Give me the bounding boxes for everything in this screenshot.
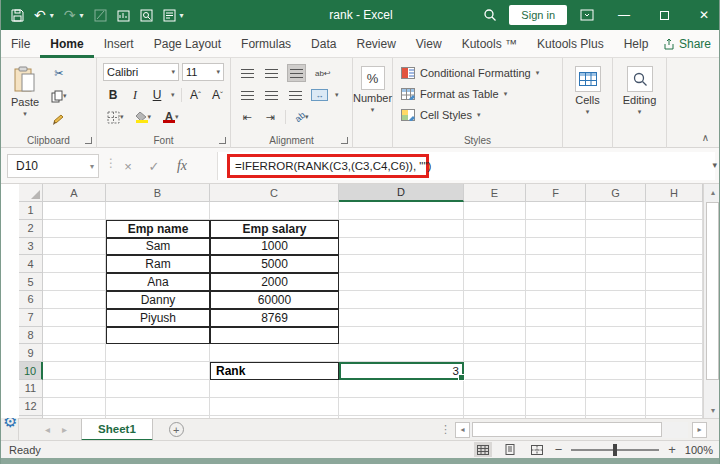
insert-function-icon[interactable]: fx xyxy=(171,154,193,178)
column-header-A[interactable]: A xyxy=(43,184,106,202)
column-header-E[interactable]: E xyxy=(464,184,526,202)
name-box-dropdown-icon[interactable]: ▾ xyxy=(90,162,94,171)
save-icon[interactable] xyxy=(11,9,24,22)
sign-in-button[interactable]: Sign in xyxy=(509,5,567,25)
cell-B3[interactable]: Sam xyxy=(106,238,210,256)
cell-B2[interactable]: Emp name xyxy=(106,220,210,238)
horizontal-scroll-thumb[interactable] xyxy=(472,422,662,437)
decrease-indent-button[interactable]: ⇤ xyxy=(239,108,255,126)
cell-C7[interactable]: 8769 xyxy=(210,309,339,327)
zoom-level[interactable]: 100% xyxy=(685,444,713,456)
font-size-combo[interactable]: 11▾ xyxy=(182,63,224,81)
font-color-button[interactable]: A ▾ xyxy=(161,108,181,126)
column-header-F[interactable]: F xyxy=(526,184,586,202)
row-header-5[interactable]: 5 xyxy=(19,273,43,291)
paste-dropdown-icon[interactable]: ▾ xyxy=(23,110,27,118)
scroll-up-icon[interactable]: ▴ xyxy=(704,184,720,200)
column-header-H[interactable]: H xyxy=(646,184,703,202)
search-icon[interactable] xyxy=(477,0,503,30)
row-header-2[interactable]: 2 xyxy=(19,220,43,238)
wrap-text-button[interactable]: ab↩ xyxy=(313,64,333,82)
cell-B4[interactable]: Ram xyxy=(106,255,210,273)
cell-C3[interactable]: 1000 xyxy=(210,238,339,256)
close-button[interactable]: ✕ xyxy=(687,0,720,30)
row-header-8[interactable]: 8 xyxy=(19,327,43,345)
page-break-view-icon[interactable] xyxy=(528,442,546,457)
tab-insert[interactable]: Insert xyxy=(94,30,144,58)
zoom-out-button[interactable]: − xyxy=(555,442,563,457)
next-sheet-icon[interactable]: ▸ xyxy=(62,424,67,435)
print-preview-icon[interactable] xyxy=(140,9,153,22)
align-middle-button[interactable] xyxy=(263,64,280,82)
shrink-font-button[interactable]: Aˇ xyxy=(210,86,226,104)
undo-dropdown-icon[interactable]: ▾ xyxy=(50,11,54,20)
ribbon-display-options-icon[interactable] xyxy=(573,0,601,30)
orientation-button[interactable]: ab▾ xyxy=(293,108,311,126)
format-painter-button[interactable] xyxy=(49,110,69,128)
align-left-button[interactable] xyxy=(239,86,256,104)
row-header-11[interactable]: 11 xyxy=(19,380,43,398)
normal-view-icon[interactable] xyxy=(474,442,492,457)
align-right-button[interactable] xyxy=(287,86,304,104)
row-header-1[interactable]: 1 xyxy=(19,202,43,220)
merge-dropdown-icon[interactable]: ▾ xyxy=(335,91,339,99)
formula-input[interactable]: =IFERROR(RANK(C3,(C3,C4,C6)), "") xyxy=(217,152,715,180)
cells-button[interactable]: Cells ▾ xyxy=(563,58,612,116)
editing-button[interactable]: Editing ▾ xyxy=(613,58,666,116)
tab-home[interactable]: Home xyxy=(40,30,93,58)
column-header-C[interactable]: C xyxy=(210,184,339,202)
bold-button[interactable]: B xyxy=(105,86,121,104)
minimize-button[interactable]: — xyxy=(607,0,641,30)
horizontal-scrollbar[interactable] xyxy=(470,422,688,438)
row-header-3[interactable]: 3 xyxy=(19,238,43,256)
copy-button[interactable]: ▾ xyxy=(49,87,69,105)
format-as-table-button[interactable]: Format as Table▾ xyxy=(393,83,562,104)
row-header-9[interactable]: 9 xyxy=(19,344,43,362)
merge-center-button[interactable]: ↔ xyxy=(311,89,328,101)
tab-review[interactable]: Review xyxy=(346,30,405,58)
alignment-dialog-launcher-icon[interactable] xyxy=(341,137,348,144)
font-dialog-launcher-icon[interactable] xyxy=(219,137,226,144)
hscroll-left-icon[interactable]: ◂ xyxy=(455,422,470,438)
fill-color-button[interactable]: ▾ xyxy=(134,108,154,126)
increase-indent-button[interactable]: ⇥ xyxy=(262,108,278,126)
cell-C2[interactable]: Emp salary xyxy=(210,220,339,238)
font-name-combo[interactable]: Calibri▾ xyxy=(103,63,179,81)
new-sheet-button[interactable]: + xyxy=(169,422,184,437)
row-header-12[interactable]: 12 xyxy=(19,398,43,416)
tab-kutools[interactable]: Kutools ™ xyxy=(452,30,527,58)
cell-C8[interactable] xyxy=(210,327,339,345)
tabbar-splitter[interactable]: ⋮ xyxy=(440,423,451,436)
zoom-slider-thumb[interactable] xyxy=(613,444,617,456)
tab-formulas[interactable]: Formulas xyxy=(231,30,301,58)
row-header-10[interactable]: 10 xyxy=(19,362,43,380)
italic-button[interactable]: I xyxy=(127,86,143,104)
undo-button[interactable]: ↶ xyxy=(34,8,46,22)
tab-page-layout[interactable]: Page Layout xyxy=(144,30,231,58)
align-top-button[interactable] xyxy=(239,64,256,82)
page-layout-view-icon[interactable] xyxy=(501,442,519,457)
conditional-formatting-button[interactable]: Conditional Formatting▾ xyxy=(393,62,562,83)
paste-button[interactable]: Paste ▾ xyxy=(7,60,43,118)
tab-data[interactable]: Data xyxy=(301,30,346,58)
tab-kutools-plus[interactable]: Kutools Plus xyxy=(527,30,614,58)
align-bottom-button[interactable] xyxy=(287,64,306,82)
sheet-tab-sheet1[interactable]: Sheet1 xyxy=(81,419,153,441)
collapse-ribbon-icon[interactable]: ∧ xyxy=(702,132,709,143)
cell-B8[interactable] xyxy=(106,327,210,345)
tab-view[interactable]: View xyxy=(406,30,452,58)
expand-formula-bar-icon[interactable]: ▾ xyxy=(712,160,717,170)
row-header-7[interactable]: 7 xyxy=(19,309,43,327)
cell-C6[interactable]: 60000 xyxy=(210,291,339,309)
prev-sheet-icon[interactable]: ◂ xyxy=(45,424,50,435)
maximize-button[interactable] xyxy=(647,0,681,30)
zoom-in-button[interactable]: + xyxy=(668,442,676,457)
scroll-down-icon[interactable]: ▾ xyxy=(704,402,720,418)
cell-C5[interactable]: 2000 xyxy=(210,273,339,291)
borders-button[interactable]: ▾ xyxy=(105,108,126,126)
cell-B5[interactable]: Ana xyxy=(106,273,210,291)
vertical-scrollbar[interactable]: ▴ ▾ xyxy=(703,184,720,418)
cell-B6[interactable]: Danny xyxy=(106,291,210,309)
number-format-button[interactable]: % Number ▾ xyxy=(353,58,392,114)
row-header-4[interactable]: 4 xyxy=(19,255,43,273)
